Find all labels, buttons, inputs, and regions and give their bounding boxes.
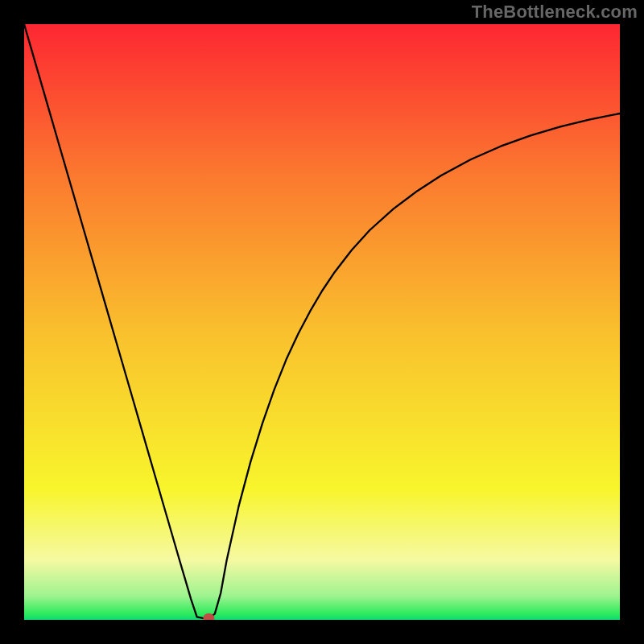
watermark-text: TheBottleneck.com [472, 2, 638, 23]
bottleneck-chart [24, 24, 620, 620]
chart-frame: TheBottleneck.com [0, 0, 644, 644]
plot-background [24, 24, 620, 620]
